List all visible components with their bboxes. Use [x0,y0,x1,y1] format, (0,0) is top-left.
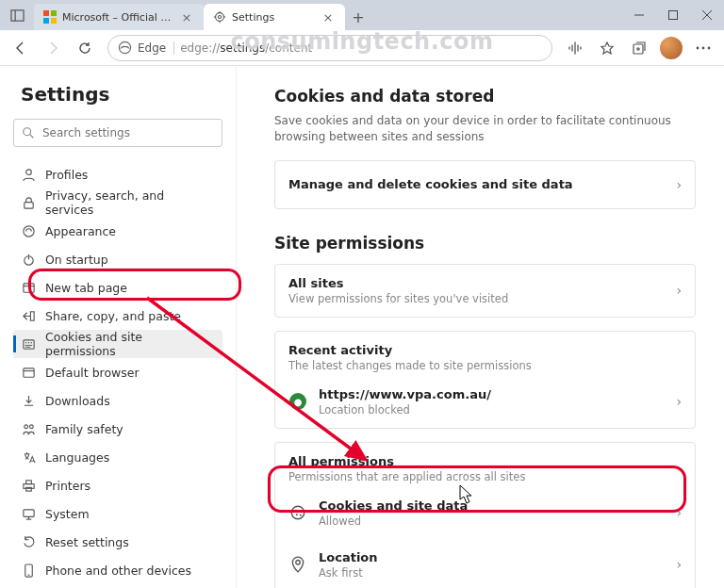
tab-settings[interactable]: Settings × [204,4,345,30]
svg-rect-26 [24,202,32,208]
sidebar-item-default-browser[interactable]: Default browser [13,358,222,386]
svg-point-56 [300,514,302,516]
read-aloud-icon[interactable] [560,33,590,63]
window-titlebar: Microsoft – Official Home Page × Setting… [0,0,724,30]
phone-icon [21,563,36,578]
reset-icon [21,534,36,549]
lock-icon [21,195,36,210]
permission-row-cookies-and-site-data[interactable]: Cookies and site dataAllowed› [275,487,695,539]
appearance-icon [21,223,36,238]
profile-avatar[interactable] [656,33,686,63]
sidebar-item-reset-settings[interactable]: Reset settings [13,528,222,556]
close-icon[interactable]: × [180,10,193,24]
svg-point-34 [25,341,26,343]
svg-rect-13 [669,11,678,20]
sidebar-item-label: Privacy, search, and services [45,188,215,217]
svg-rect-2 [43,10,49,16]
svg-point-54 [299,511,301,513]
sidebar-item-label: Languages [45,450,109,465]
url-scheme-label: Edge [138,41,174,55]
maximize-button[interactable] [656,0,690,30]
newtab-icon [21,280,36,295]
svg-rect-32 [30,311,34,319]
svg-point-57 [296,561,301,565]
collections-icon[interactable] [624,33,654,63]
tab-title: Settings [232,11,316,24]
svg-point-52 [291,506,304,519]
new-tab-button[interactable]: + [345,4,371,30]
tab-actions-icon[interactable] [0,0,34,30]
sidebar-item-system[interactable]: System [13,499,222,528]
sidebar-item-about-microsoft-edge[interactable]: About Microsoft Edge [13,584,222,588]
sidebar-item-downloads[interactable]: Downloads [13,386,222,415]
close-icon[interactable]: × [321,10,335,24]
site-favicon-icon: ● [288,392,307,411]
svg-rect-4 [43,18,49,24]
manage-cookies-row[interactable]: Manage and delete cookies and site data … [275,161,695,208]
search-icon [22,126,35,139]
sidebar-item-label: On startup [45,253,108,267]
search-settings[interactable] [13,119,222,147]
svg-point-55 [296,514,298,515]
chevron-right-icon: › [676,557,682,572]
settings-content: Cookies and data stored Save cookies and… [236,66,724,588]
address-bar[interactable]: Edge edge://settings/content [107,35,552,61]
svg-point-27 [23,225,33,236]
tab-microsoft[interactable]: Microsoft – Official Home Page × [34,4,204,30]
sidebar-item-label: Downloads [45,394,110,408]
refresh-button[interactable] [70,33,100,63]
back-button[interactable] [6,33,36,63]
sidebar-item-on-startup[interactable]: On startup [13,245,222,273]
sidebar-item-label: Phone and other devices [45,564,191,578]
svg-rect-46 [23,509,33,516]
cookies-description: Save cookies and data on your device in … [274,113,696,145]
chevron-right-icon: › [676,283,682,298]
svg-rect-5 [51,18,57,24]
chevron-right-icon: › [676,505,682,520]
power-icon [21,252,36,267]
menu-button[interactable] [688,33,718,63]
page-title: Settings [13,83,222,106]
sidebar-item-profiles[interactable]: Profiles [13,160,222,188]
cookie-row-icon [288,503,307,522]
share-icon [21,308,36,323]
svg-line-24 [30,135,34,139]
sidebar-item-phone-and-other-devices[interactable]: Phone and other devices [13,556,222,584]
search-input[interactable] [42,126,214,139]
edge-logo-icon [118,41,132,55]
svg-point-21 [702,46,705,49]
svg-rect-39 [23,368,33,376]
sidebar-item-label: Appearance [45,224,116,238]
all-sites-row[interactable]: All sites View permissions for sites you… [275,265,695,317]
chevron-right-icon: › [676,394,682,409]
sidebar-item-privacy-search-and-services[interactable]: Privacy, search, and services [13,188,222,217]
sidebar-item-cookies-and-site-permissions[interactable]: Cookies and site permissions [13,330,222,358]
sidebar-item-printers[interactable]: Printers [13,471,222,499]
svg-point-42 [29,424,33,428]
download-icon [21,393,36,408]
sidebar-item-languages[interactable]: Languages [13,443,222,471]
sidebar-item-appearance[interactable]: Appearance [13,217,222,245]
sidebar-item-share-copy-and-paste[interactable]: Share, copy, and paste [13,302,222,330]
sidebar-item-label: Family safety [45,422,123,436]
close-window-button[interactable] [690,0,724,30]
ms-favicon-icon [43,10,57,24]
svg-point-7 [218,15,221,18]
permission-row-location[interactable]: LocationAsk first› [275,539,695,588]
svg-point-23 [24,128,31,136]
svg-point-35 [27,341,29,343]
family-icon [21,421,36,436]
chevron-right-icon: › [676,177,682,192]
sidebar-item-new-tab-page[interactable]: New tab page [13,273,222,302]
browser-icon [21,365,36,380]
cookies-heading: Cookies and data stored [274,87,696,106]
tab-title: Microsoft – Official Home Page [62,11,174,24]
sidebar-item-label: Profiles [45,168,88,182]
svg-rect-0 [10,9,23,20]
favorites-icon[interactable] [592,33,622,63]
minimize-button[interactable] [622,0,656,30]
cookies-icon [21,336,36,351]
sidebar-item-family-safety[interactable]: Family safety [13,415,222,443]
recent-site-row[interactable]: ● https://www.vpa.com.au/ Location block… [275,376,695,428]
svg-point-36 [30,341,32,343]
